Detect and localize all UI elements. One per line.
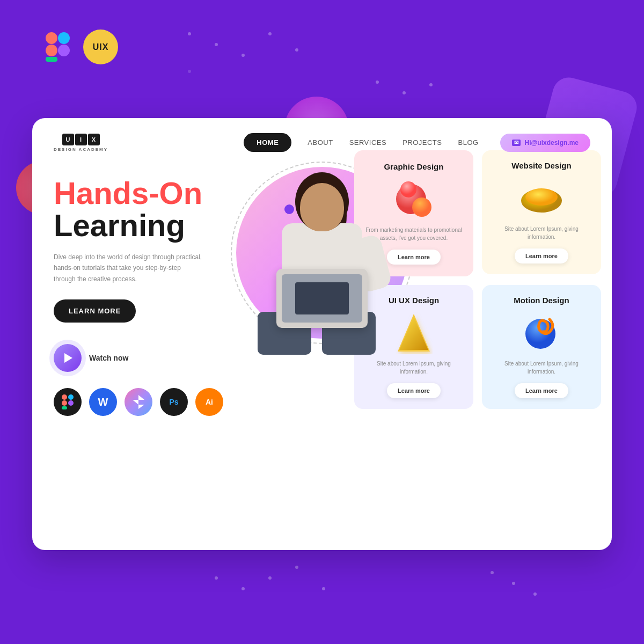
motion-design-card: Motion Design xyxy=(482,285,601,409)
nav-blog[interactable]: BLOG xyxy=(458,138,478,147)
hero-description: Dive deep into the world of design throu… xyxy=(54,252,204,284)
website-learn-btn[interactable]: Learn more xyxy=(515,248,568,264)
uiux-card-title: UI UX Design xyxy=(365,296,463,305)
svg-rect-3 xyxy=(58,45,70,56)
svg-point-12 xyxy=(412,197,431,217)
logo-i: I xyxy=(75,134,87,145)
tool-illustrator[interactable]: Ai xyxy=(195,388,223,416)
svg-rect-1 xyxy=(58,32,70,44)
email-label: Hi@uixdesign.me xyxy=(525,139,579,147)
svg-rect-9 xyxy=(68,400,74,406)
svg-rect-6 xyxy=(62,394,67,400)
nav-home[interactable]: HOME xyxy=(244,133,291,152)
nav-logo: U I X DESIGN ACADEMY xyxy=(54,134,108,152)
play-button[interactable] xyxy=(54,344,82,372)
tool-framer[interactable] xyxy=(125,388,152,416)
hero-title-black: Learning xyxy=(54,210,223,241)
svg-rect-8 xyxy=(62,400,67,406)
learn-more-button[interactable]: LEARN MORE xyxy=(54,299,136,323)
laptop-screen xyxy=(282,274,362,323)
svg-rect-10 xyxy=(62,406,67,409)
hero-title-colored: Hands-On xyxy=(54,178,223,209)
main-card: U I X DESIGN ACADEMY HOME ABOUT SERVICES… xyxy=(32,118,612,550)
main-card-inner: U I X DESIGN ACADEMY HOME ABOUT SERVICES… xyxy=(32,118,612,550)
uiux-card-desc: Site about Lorem Ipsum, giving informati… xyxy=(365,360,463,376)
motion-learn-btn[interactable]: Learn more xyxy=(515,383,568,398)
laptop xyxy=(276,269,368,328)
cards-layout: Graphic Design xyxy=(354,150,601,409)
logo-x: X xyxy=(88,134,100,145)
top-bar: UIX xyxy=(43,30,118,64)
motion-card-icon xyxy=(493,311,590,354)
website-card-icon xyxy=(493,177,590,219)
website-card-desc: Site about Lorem Ipsum, giving informati… xyxy=(493,225,590,241)
svg-marker-17 xyxy=(399,317,428,350)
tool-figma[interactable] xyxy=(54,388,82,416)
nav-services[interactable]: SERVICES xyxy=(349,138,387,147)
uix-badge: UIX xyxy=(83,30,118,64)
cards-row1: Graphic Design xyxy=(354,150,601,276)
motion-card-title: Motion Design xyxy=(493,296,590,305)
logo-u: U xyxy=(62,134,74,145)
svg-point-13 xyxy=(400,181,416,197)
svg-rect-7 xyxy=(68,394,74,400)
navigation: U I X DESIGN ACADEMY HOME ABOUT SERVICES… xyxy=(32,118,612,167)
uiux-learn-btn[interactable]: Learn more xyxy=(387,383,441,398)
email-button[interactable]: Hi@uixdesign.me xyxy=(500,134,590,152)
logo-boxes: U I X xyxy=(62,134,100,145)
website-design-card: Website Design xyxy=(482,150,601,274)
tool-photoshop[interactable]: Ps xyxy=(160,388,188,416)
svg-rect-2 xyxy=(46,45,57,56)
watch-label: Watch now xyxy=(89,354,128,362)
graphic-learn-btn[interactable]: Learn more xyxy=(387,250,441,265)
svg-point-15 xyxy=(525,188,558,206)
email-icon xyxy=(512,140,521,146)
uiux-card-icon xyxy=(365,311,463,354)
play-icon xyxy=(64,353,72,363)
svg-rect-4 xyxy=(46,57,57,62)
figma-logo xyxy=(43,32,72,62)
nav-projects[interactable]: PROJECTS xyxy=(402,138,442,147)
screen-content xyxy=(295,282,349,314)
face xyxy=(300,183,344,231)
watch-now-section: Watch now xyxy=(54,344,223,372)
svg-rect-0 xyxy=(46,32,57,44)
hero-left: Hands-On Learning Dive deep into the wor… xyxy=(54,167,223,416)
nav-about[interactable]: ABOUT xyxy=(308,138,333,147)
cards-row2: UI UX Design xyxy=(354,285,601,409)
tool-icons: W Ps Ai xyxy=(54,388,223,416)
nav-links: HOME ABOUT SERVICES PROJECTS BLOG xyxy=(244,133,478,152)
logo-subtitle: DESIGN ACADEMY xyxy=(54,147,108,152)
motion-card-desc: Site about Lorem Ipsum, giving informati… xyxy=(493,360,590,376)
graphic-card-icon xyxy=(365,178,463,221)
tool-webflow[interactable]: W xyxy=(89,388,117,416)
